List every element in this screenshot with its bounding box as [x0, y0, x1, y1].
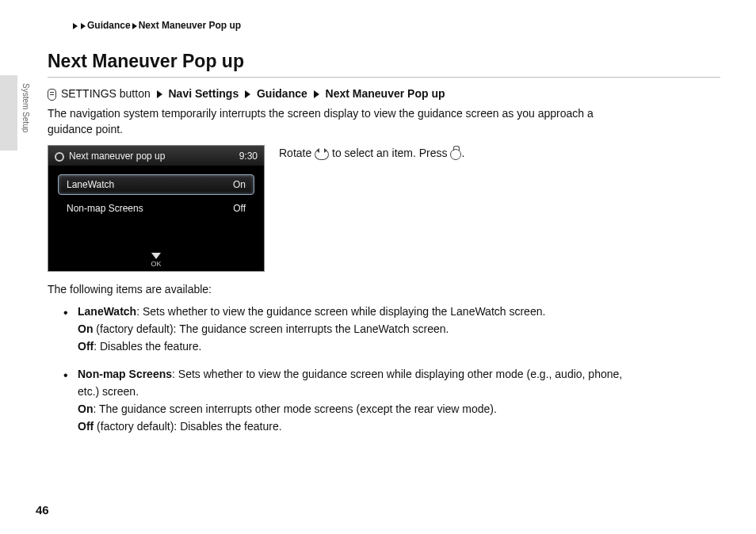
- item-desc: : Sets whether to view the guidance scre…: [136, 305, 545, 318]
- list-item: LaneWatch: Sets whether to view the guid…: [63, 303, 634, 355]
- side-section-label: System Setup: [21, 83, 30, 132]
- device-row-value: Off: [233, 203, 246, 214]
- device-screenshot: Next maneuver pop up 9:30 LaneWatch On N…: [48, 145, 265, 272]
- device-row-label: Non-map Screens: [67, 203, 143, 214]
- arrow-icon: [132, 23, 137, 29]
- arrow-icon: [245, 90, 250, 98]
- device-row-label: LaneWatch: [67, 179, 114, 190]
- arrow-icon: [73, 23, 78, 29]
- rotate-instruction: Rotate to select an item. Press .: [279, 145, 464, 159]
- device-row-value: On: [233, 179, 246, 190]
- arrow-icon: [314, 90, 319, 98]
- breadcrumb-b: Next Maneuver Pop up: [139, 20, 241, 31]
- device-ok[interactable]: OK: [48, 253, 264, 268]
- item-off-text: (factory default): Disables the feature.: [94, 420, 281, 433]
- arrow-icon: [81, 23, 86, 29]
- breadcrumb-a: Guidance: [87, 20, 131, 31]
- path-1: SETTINGS button: [61, 87, 151, 100]
- rotate-dial-icon: [315, 149, 329, 160]
- page-number: 46: [36, 503, 49, 517]
- item-name: LaneWatch: [78, 305, 136, 318]
- rotate-text-c: .: [461, 147, 464, 159]
- breadcrumb: GuidanceNext Maneuver Pop up: [71, 20, 720, 31]
- settings-icon: [48, 89, 56, 101]
- item-on-label: On: [78, 322, 93, 335]
- press-button-icon: [450, 149, 461, 160]
- rotate-text-b: to select an item. Press: [329, 147, 450, 159]
- arrow-icon: [157, 90, 162, 98]
- page-title: Next Maneuver Pop up: [48, 51, 720, 78]
- path-3: Guidance: [257, 87, 307, 100]
- item-name: Non-map Screens: [78, 368, 172, 380]
- item-on-text: : The guidance screen interrupts other m…: [93, 402, 496, 415]
- item-on-text: (factory default): The guidance screen i…: [93, 322, 449, 335]
- available-line: The following items are available:: [48, 283, 720, 296]
- intro-text: The navigation system temporarily interr…: [48, 105, 634, 138]
- device-ok-label: OK: [151, 260, 161, 268]
- path-4: Next Maneuver Pop up: [326, 87, 445, 100]
- item-off-text: : Disables the feature.: [94, 340, 201, 353]
- device-time: 9:30: [239, 151, 258, 162]
- list-item: Non-map Screens: Sets whether to view th…: [63, 366, 634, 435]
- item-off-label: Off: [78, 420, 94, 433]
- item-on-label: On: [78, 402, 93, 415]
- item-off-label: Off: [78, 340, 94, 353]
- path-2: Navi Settings: [169, 87, 239, 100]
- nav-path: SETTINGS button Navi Settings Guidance N…: [48, 87, 720, 101]
- device-body: LaneWatch On Non-map Screens Off: [48, 166, 264, 219]
- device-title: Next maneuver pop up: [69, 151, 165, 162]
- chevron-down-icon: [151, 253, 161, 259]
- device-row-nonmap[interactable]: Non-map Screens Off: [58, 198, 254, 219]
- rotate-text-a: Rotate: [279, 147, 315, 159]
- device-row-lanewatch[interactable]: LaneWatch On: [58, 174, 254, 195]
- gear-icon: [55, 152, 64, 162]
- side-tab: [0, 75, 17, 151]
